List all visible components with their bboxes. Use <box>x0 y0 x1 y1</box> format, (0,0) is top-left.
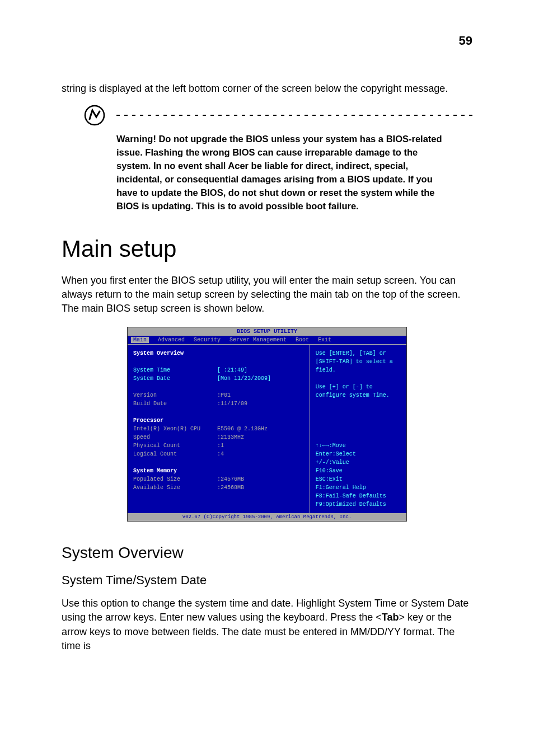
bios-right-panel: Use [ENTER], [TAB] or [SHIFT-TAB] to sel… <box>310 345 406 513</box>
bios-tab-exit: Exit <box>318 337 331 343</box>
bios-physcount-value: :1 <box>217 442 224 450</box>
bios-tab-server: Server Management <box>229 337 287 343</box>
dashed-divider <box>116 115 472 116</box>
bios-physcount-label: Physical Count <box>133 442 217 450</box>
bios-version-value: :P01 <box>217 391 231 400</box>
warning-block: Warning! Do not upgrade the BIOS unless … <box>84 105 472 213</box>
bios-tab-main: Main <box>131 337 149 343</box>
bios-memory-title: System Memory <box>133 467 304 475</box>
bios-nav-select: Enter:Select <box>316 450 401 458</box>
bios-cpu-value: E5506 @ 2.13GHz <box>217 425 268 433</box>
sub-body-text: Use this option to change the system tim… <box>62 597 472 653</box>
bios-version-label: Version <box>133 391 217 400</box>
warning-icon <box>84 105 105 128</box>
bios-populated-value: :24576MB <box>217 475 244 483</box>
bios-screenshot: BIOS SETUP UTILITY Main Advanced Securit… <box>127 327 407 522</box>
main-body-text: When you first enter the BIOS setup util… <box>62 274 472 316</box>
bios-populated-label: Populated Size <box>133 475 217 483</box>
bios-help-1: Use [ENTER], [TAB] or [SHIFT-TAB] to sel… <box>316 349 401 374</box>
bios-time-label: System Time <box>133 366 217 374</box>
bios-logcount-label: Logical Count <box>133 450 217 458</box>
bios-time-value: [ :21:49] <box>217 366 247 374</box>
bios-menu-bar: Main Advanced Security Server Management… <box>128 336 406 344</box>
bios-available-value: :24568MB <box>217 483 244 492</box>
bios-tab-advanced: Advanced <box>158 337 185 343</box>
bios-help-2: Use [+] or [-] to configure system Time. <box>316 383 401 400</box>
bios-left-panel: System Overview System Time [ :21:49] Sy… <box>128 345 310 513</box>
bios-tab-boot: Boot <box>296 337 309 343</box>
bios-footer: v02.67 (C)Copyright 1985-2009, American … <box>128 513 406 521</box>
bios-nav-optimized: F9:Optimized Defaults <box>316 500 401 509</box>
bios-nav-value: +/-/:Value <box>316 458 401 467</box>
bios-date-label: System Date <box>133 374 217 383</box>
bios-builddate-value: :11/17/09 <box>217 400 247 408</box>
bios-overview-title: System Overview <box>133 349 304 358</box>
page-number: 59 <box>62 34 472 48</box>
bios-nav-move: ↑↓←→:Move <box>316 442 401 450</box>
main-heading: Main setup <box>62 236 472 262</box>
sub-heading: System Time/System Date <box>62 573 472 588</box>
intro-text: string is displayed at the left bottom c… <box>62 82 472 96</box>
bios-logcount-value: :4 <box>217 450 224 458</box>
bios-date-value: [Mon 11/23/2009] <box>217 374 271 383</box>
bios-nav-save: F10:Save <box>316 467 401 475</box>
warning-text: Warning! Do not upgrade the BIOS unless … <box>116 133 450 213</box>
bios-available-label: Available Size <box>133 483 217 492</box>
bios-cpu-label: Intel(R) Xeon(R) CPU <box>133 425 217 433</box>
bios-nav-exit: ESC:Exit <box>316 475 401 483</box>
bios-processor-title: Processor <box>133 416 304 425</box>
bios-nav-failsafe: F8:Fail-Safe Defaults <box>316 492 401 500</box>
bios-title: BIOS SETUP UTILITY <box>128 327 406 336</box>
bios-speed-value: :2133MHz <box>217 433 244 442</box>
bios-builddate-label: Build Date <box>133 400 217 408</box>
section-heading: System Overview <box>62 544 472 562</box>
bios-speed-label: Speed <box>133 433 217 442</box>
bios-nav-help: F1:General Help <box>316 483 401 492</box>
bios-tab-security: Security <box>194 337 221 343</box>
tab-key-label: Tab <box>382 612 399 623</box>
